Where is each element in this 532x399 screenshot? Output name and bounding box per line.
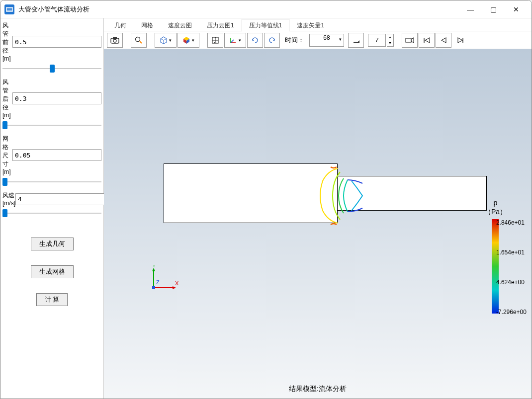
- viewer-toolbar: 时间： 68 ▲▼: [104, 31, 532, 49]
- svg-line-9: [161, 39, 164, 40]
- tab-velocity-vector[interactable]: 速度矢量1: [289, 19, 332, 31]
- svg-line-10: [164, 39, 167, 40]
- mesh-size-input[interactable]: [12, 149, 101, 161]
- legend-colorbar: [492, 219, 499, 314]
- velocity-label: 风速[m/s]: [2, 191, 15, 207]
- view-cube-dropdown[interactable]: [155, 33, 177, 48]
- tab-velocity-cloud[interactable]: 速度云图: [161, 19, 199, 31]
- svg-marker-31: [152, 268, 155, 271]
- screenshot-button[interactable]: [107, 33, 123, 48]
- svg-marker-27: [442, 38, 446, 43]
- legend-unit: （Pa）: [484, 207, 507, 216]
- app-window: 大管变小管气体流动分析 — ▢ ✕ 风管前径[m] 风管后径[m] 网格尺寸[m…: [0, 0, 532, 399]
- viewport-caption: 结果模型:流体分析: [289, 385, 347, 394]
- titlebar: 大管变小管气体流动分析 — ▢ ✕: [0, 0, 532, 18]
- svg-marker-26: [425, 38, 430, 43]
- window-title: 大管变小管气体流动分析: [18, 5, 89, 14]
- sidebar: 风管前径[m] 风管后径[m] 网格尺寸[m] 风速[m/s] 生成几何 生成网…: [0, 18, 104, 399]
- svg-rect-23: [406, 38, 411, 42]
- tab-mesh[interactable]: 网格: [134, 19, 161, 31]
- svg-marker-34: [173, 286, 176, 289]
- app-icon: [4, 4, 14, 14]
- generate-geometry-button[interactable]: 生成几何: [31, 238, 74, 250]
- prev-frame-button[interactable]: [436, 33, 451, 48]
- legend-value-max: 2.846e+01: [496, 219, 525, 226]
- svg-marker-28: [458, 38, 462, 43]
- legend-value-3: 4.624e+00: [496, 279, 525, 286]
- svg-rect-5: [113, 37, 117, 39]
- tabbar: 几何 网格 速度云图 压力云图1 压力等值线1 速度矢量1: [104, 18, 532, 31]
- time-label: 时间：: [285, 36, 304, 45]
- next-frame-button[interactable]: [452, 33, 468, 48]
- svg-text:Y: Y: [152, 265, 156, 268]
- axes-dropdown[interactable]: [224, 33, 246, 48]
- tab-pressure-contour[interactable]: 压力等值线1: [242, 19, 290, 31]
- inlet-diameter-label: 风管前径[m]: [2, 21, 12, 62]
- outlet-diameter-label: 风管后径[m]: [2, 78, 12, 119]
- svg-text:Z: Z: [156, 279, 160, 285]
- svg-text:X: X: [175, 280, 179, 286]
- inlet-pipe: [164, 163, 338, 223]
- svg-rect-0: [6, 7, 12, 11]
- tab-geometry[interactable]: 几何: [107, 19, 134, 31]
- play-end-button[interactable]: [348, 33, 364, 48]
- legend-value-min: -7.296e+00: [496, 309, 527, 316]
- time-step-select[interactable]: 68: [309, 34, 344, 47]
- svg-rect-36: [152, 286, 155, 289]
- rotate-cw-button[interactable]: [264, 33, 280, 48]
- compute-button[interactable]: 计 算: [36, 293, 68, 306]
- svg-line-7: [140, 41, 142, 43]
- inlet-diameter-input[interactable]: [12, 36, 101, 48]
- fit-view-button[interactable]: [207, 33, 223, 48]
- maximize-button[interactable]: ▢: [482, 2, 505, 17]
- mesh-size-slider[interactable]: [2, 177, 101, 186]
- minimize-button[interactable]: —: [459, 2, 482, 17]
- legend-variable: p: [484, 198, 507, 207]
- zoom-button[interactable]: [131, 33, 147, 48]
- rotate-ccw-button[interactable]: [247, 33, 263, 48]
- axis-triad-icon: Y X Z: [146, 265, 181, 295]
- svg-line-20: [231, 40, 234, 43]
- frame-skip-input[interactable]: [368, 34, 386, 47]
- first-frame-button[interactable]: [419, 33, 435, 48]
- generate-mesh-button[interactable]: 生成网格: [31, 265, 74, 278]
- color-legend: p （Pa） 2.846e+01 1.654e+01 4.624e+00 -7.…: [484, 198, 507, 317]
- close-button[interactable]: ✕: [505, 2, 528, 17]
- outlet-diameter-slider[interactable]: [2, 121, 101, 130]
- color-cube-dropdown[interactable]: [177, 33, 199, 48]
- tab-pressure-cloud[interactable]: 压力云图1: [199, 19, 242, 31]
- velocity-input[interactable]: [15, 193, 104, 205]
- svg-point-4: [113, 39, 116, 42]
- svg-marker-24: [411, 38, 414, 43]
- frame-skip-spinner[interactable]: ▲▼: [387, 34, 394, 47]
- viewport[interactable]: Y X Z 结果模型:流体分析 p （Pa） 2.846e+01 1.654e+…: [104, 49, 532, 399]
- outlet-diameter-input[interactable]: [12, 92, 101, 104]
- main-panel: 几何 网格 速度云图 压力云图1 压力等值线1 速度矢量1: [104, 18, 532, 399]
- svg-point-6: [136, 37, 140, 41]
- record-button[interactable]: [402, 33, 418, 48]
- mesh-size-label: 网格尺寸[m]: [2, 135, 12, 175]
- inlet-diameter-slider[interactable]: [2, 64, 101, 73]
- velocity-slider[interactable]: [2, 209, 101, 218]
- legend-value-2: 1.654e+01: [496, 249, 525, 256]
- outlet-pipe: [338, 176, 487, 211]
